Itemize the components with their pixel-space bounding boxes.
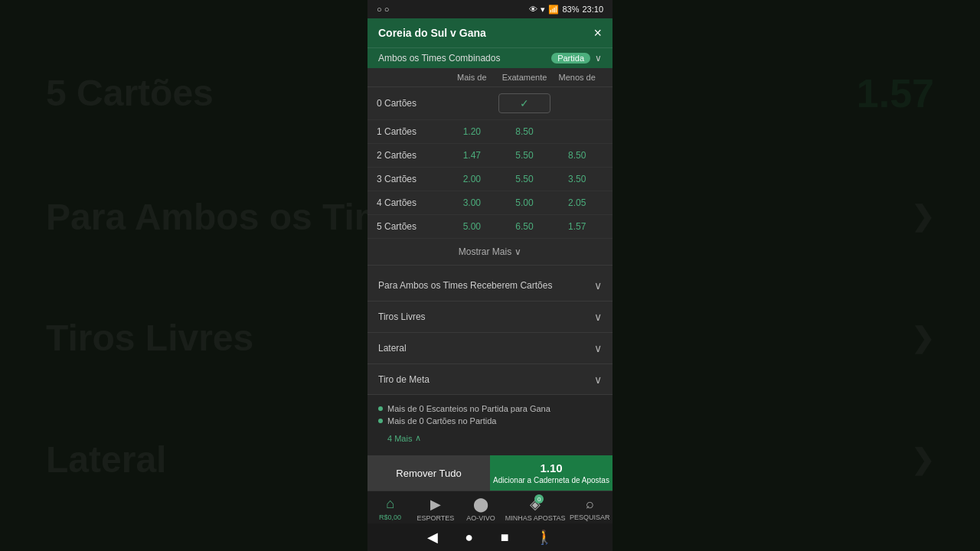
sub-header-chevron: ∨ (595, 53, 602, 64)
close-button[interactable]: × (593, 26, 602, 40)
col-header-menosde: Menos de (550, 73, 603, 82)
home-icon: ⌂ (386, 496, 394, 512)
remove-button[interactable]: Remover Tudo (368, 455, 490, 491)
row-label-1: 1 Cartões (377, 126, 446, 137)
recent-button[interactable]: ■ (501, 530, 509, 546)
show-more-label: Mostrar Mais (459, 246, 511, 257)
cell-4-exatamente[interactable]: 5.00 (498, 197, 551, 208)
sub-header-label: Ambos os Times Combinados (378, 53, 500, 64)
sports-icon: ▶ (430, 496, 441, 513)
row-label-0: 0 Cartões (377, 98, 446, 109)
row-label-3: 3 Cartões (377, 174, 446, 184)
android-bar: ◀ ● ■ 🚶 (368, 523, 612, 551)
chevron-ambos-cartoes-icon: ∨ (594, 279, 602, 292)
bet-dot-0 (378, 406, 383, 411)
cell-3-exatamente[interactable]: 5.50 (498, 174, 551, 184)
status-icons: ○ ○ (377, 5, 389, 14)
nav-label-minhas-apostas: MINHAS APOSTAS (505, 514, 566, 522)
section-label-lateral: Lateral (378, 343, 407, 354)
cell-2-menosde[interactable]: 8.50 (550, 150, 603, 161)
section-ambos-cartoes[interactable]: Para Ambos os Times Receberem Cartões ∨ (368, 270, 612, 302)
chevron-tiros-livres-icon: ∨ (594, 311, 602, 323)
table-row: 4 Cartões 3.00 5.00 2.05 (368, 191, 612, 215)
col-header-maisde: Mais de (446, 73, 498, 82)
bets-badge: 0 (534, 494, 544, 504)
home-button[interactable]: ● (465, 530, 473, 546)
col-header-0 (377, 73, 446, 82)
section-tiro-meta[interactable]: Tiro de Meta ∨ (368, 364, 612, 394)
section-lateral[interactable]: Lateral ∨ (368, 333, 612, 364)
cards-table: Mais de Exatamente Menos de 0 Cartões ✓ … (368, 68, 612, 270)
nav-item-esportes[interactable]: ▶ ESPORTES (414, 496, 456, 522)
section-label-tiro-meta: Tiro de Meta (378, 374, 430, 385)
nav-item-minhas-apostas[interactable]: ◈ 0 MINHAS APOSTAS (505, 496, 566, 522)
cell-3-maisde[interactable]: 2.00 (446, 174, 498, 184)
wifi-icon: ▾ (541, 5, 545, 15)
cell-0-exatamente[interactable]: ✓ (498, 93, 551, 113)
sub-header[interactable]: Ambos os Times Combinados Partida ∨ (368, 47, 612, 68)
nav-label-esportes: ESPORTES (416, 514, 454, 522)
cell-5-maisde[interactable]: 5.00 (446, 221, 498, 232)
bet-item-1: Mais de 0 Cartões no Partida (378, 415, 602, 427)
row-label-4: 4 Cartões (377, 197, 446, 208)
bet-more-expand-icon: ∧ (415, 433, 421, 443)
bet-item-text-1: Mais de 0 Cartões no Partida (387, 416, 496, 425)
table-row: 5 Cartões 5.00 6.50 1.57 (368, 215, 612, 239)
bet-more-label: 4 Mais (387, 434, 412, 443)
signal-icon: 📶 (548, 5, 559, 15)
cell-4-maisde[interactable]: 3.00 (446, 197, 498, 208)
bet-summary-items: Mais de 0 Escanteios no Partida para Gan… (378, 403, 602, 427)
nav-item-pesquisar[interactable]: ⌕ PESQUISAR (569, 496, 611, 522)
cell-3-menosde[interactable]: 3.50 (550, 174, 603, 184)
section-label-tiros-livres: Tiros Livres (378, 311, 426, 322)
table-row: 3 Cartões 2.00 5.50 3.50 (368, 168, 612, 191)
back-button[interactable]: ◀ (427, 529, 438, 546)
cell-1-exatamente[interactable]: 8.50 (498, 126, 551, 137)
bet-item-0: Mais de 0 Escanteios no Partida para Gan… (378, 403, 602, 415)
show-more-chevron-icon: ∨ (514, 246, 521, 257)
col-header-exatamente: Exatamente (498, 73, 551, 82)
status-right: 👁 ▾ 📶 83% 23:10 (529, 5, 603, 15)
nav-label-home: R$0,00 (379, 514, 401, 521)
chevron-tiro-meta-icon: ∨ (594, 373, 602, 386)
cell-5-exatamente[interactable]: 6.50 (498, 221, 551, 232)
checkmark-icon: ✓ (520, 97, 529, 109)
cell-4-menosde[interactable]: 2.05 (550, 197, 603, 208)
row-label-2: 2 Cartões (377, 150, 446, 161)
cell-2-exatamente[interactable]: 5.50 (498, 150, 551, 161)
assist-button[interactable]: 🚶 (536, 529, 553, 546)
eye-icon: 👁 (529, 5, 537, 14)
modal-overlay: ○ ○ 👁 ▾ 📶 83% 23:10 Coreia do Sul v Gana… (0, 0, 980, 551)
add-label: Adicionar a Caderneta de Apostas (493, 475, 609, 485)
cell-1-maisde[interactable]: 1.20 (446, 126, 498, 137)
partida-badge: Partida (551, 53, 590, 64)
section-tiros-livres[interactable]: Tiros Livres ∨ (368, 302, 612, 333)
nav-item-home[interactable]: ⌂ R$0,00 (369, 496, 411, 522)
chevron-lateral-icon: ∨ (594, 342, 602, 354)
table-row: 2 Cartões 1.47 5.50 8.50 (368, 144, 612, 168)
search-icon: ⌕ (586, 496, 594, 512)
modal-title: Coreia do Sul v Gana (378, 27, 486, 39)
section-label-ambos-cartoes: Para Ambos os Times Receberem Cartões (378, 280, 552, 291)
table-header-row: Mais de Exatamente Menos de (368, 68, 612, 87)
modal-header: Coreia do Sul v Gana × (368, 18, 612, 47)
bet-dot-1 (378, 419, 383, 423)
add-odds: 1.10 (540, 461, 562, 476)
nav-item-ao-vivo[interactable]: ⬤ AO-VIVO (460, 496, 502, 522)
row-label-5: 5 Cartões (377, 221, 446, 232)
time-display: 23:10 (582, 5, 603, 14)
bet-item-text-0: Mais de 0 Escanteios no Partida para Gan… (387, 404, 550, 413)
status-bar: ○ ○ 👁 ▾ 📶 83% 23:10 (368, 0, 612, 18)
bet-more-button[interactable]: 4 Mais ∧ (378, 430, 602, 448)
add-to-betslip-button[interactable]: 1.10 Adicionar a Caderneta de Apostas (490, 455, 612, 491)
cell-5-menosde[interactable]: 1.57 (550, 221, 603, 232)
modal-body: Mais de Exatamente Menos de 0 Cartões ✓ … (368, 68, 612, 394)
bet-summary: Mais de 0 Escanteios no Partida para Gan… (368, 394, 612, 455)
action-buttons: Remover Tudo 1.10 Adicionar a Caderneta … (368, 455, 612, 491)
table-row: 0 Cartões ✓ (368, 87, 612, 120)
phone-modal: ○ ○ 👁 ▾ 📶 83% 23:10 Coreia do Sul v Gana… (368, 0, 612, 551)
status-left: ○ ○ (377, 5, 389, 14)
table-row: 1 Cartões 1.20 8.50 (368, 120, 612, 144)
show-more-button[interactable]: Mostrar Mais ∨ (368, 239, 612, 266)
cell-2-maisde[interactable]: 1.47 (446, 150, 498, 161)
